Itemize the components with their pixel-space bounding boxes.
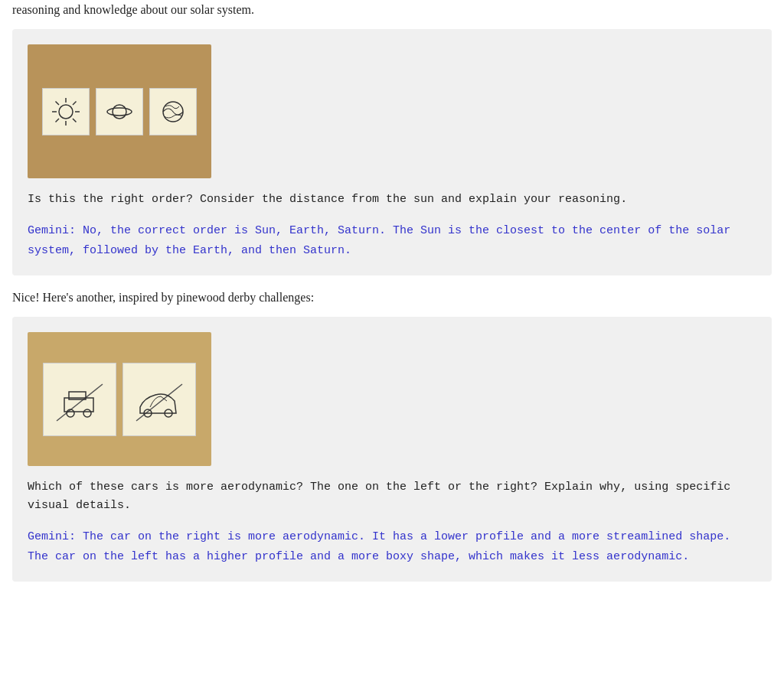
svg-point-10 — [107, 108, 132, 116]
left-car-card — [43, 363, 116, 436]
right-car-card — [122, 363, 196, 436]
svg-line-12 — [57, 384, 103, 421]
cars-answer: Gemini: The car on the right is more aer… — [28, 527, 756, 566]
solar-qa-block: Is this the right order? Consider the di… — [12, 29, 772, 275]
cars-qa-block: Which of these cars is more aerodynamic?… — [12, 317, 772, 582]
sun-card — [42, 88, 90, 135]
transition-text: Nice! Here's another, inspired by pinewo… — [12, 291, 772, 305]
solar-question: Is this the right order? Consider the di… — [28, 191, 756, 209]
earth-card — [149, 88, 197, 135]
svg-line-7 — [73, 101, 77, 105]
cars-cards-group — [28, 332, 211, 466]
svg-line-5 — [56, 101, 60, 105]
svg-line-6 — [73, 119, 77, 122]
cars-photo — [28, 332, 211, 466]
intro-text: reasoning and knowledge about our solar … — [12, 3, 772, 17]
page-container: reasoning and knowledge about our solar … — [12, 0, 772, 582]
cars-photo-container — [28, 332, 756, 466]
svg-point-9 — [113, 105, 126, 119]
solar-photo — [28, 44, 211, 178]
svg-point-0 — [59, 105, 73, 119]
saturn-card — [96, 88, 143, 135]
svg-point-16 — [83, 409, 91, 417]
solar-answer: Gemini: No, the correct order is Sun, Ea… — [28, 221, 756, 260]
solar-cards-group — [28, 44, 211, 178]
svg-line-8 — [56, 119, 60, 122]
solar-photo-container — [28, 44, 756, 178]
cars-question: Which of these cars is more aerodynamic?… — [28, 478, 756, 515]
